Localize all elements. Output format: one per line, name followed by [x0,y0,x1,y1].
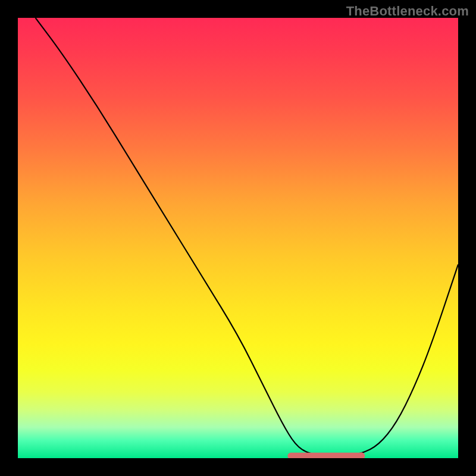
bottleneck-curve-line [36,18,458,456]
plot-area [18,18,458,458]
chart-svg [18,18,458,458]
chart-frame: TheBottleneck.com [0,0,476,476]
chart-series-group [36,18,458,458]
watermark-text: TheBottleneck.com [346,4,469,19]
